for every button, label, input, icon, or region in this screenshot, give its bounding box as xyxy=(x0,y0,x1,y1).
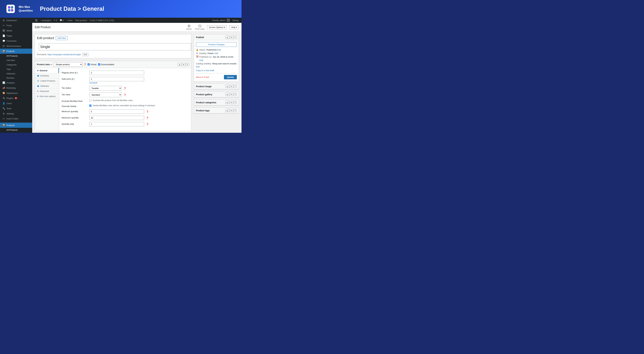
add-new-button[interactable]: Add New xyxy=(56,36,68,40)
max-qty-row: Maximum quantity ❓ xyxy=(62,116,188,120)
comments-btn[interactable]: 💬 0 xyxy=(58,18,65,23)
tax-status-select[interactable]: Taxable Shipping only None xyxy=(89,86,122,91)
product-tags-header[interactable]: Product tags ▲ ▼ ✕ xyxy=(194,108,239,113)
site-name-btn[interactable]: ⌂ wcplugins xyxy=(39,18,52,23)
finish-setup-btn[interactable]: Finish setup xyxy=(195,24,204,30)
product-gallery-close-btn[interactable]: ✕ xyxy=(234,93,237,96)
permalink-edit-btn[interactable]: Edit xyxy=(82,53,88,56)
sidebar-sub-attributes[interactable]: Attributes xyxy=(0,71,32,76)
permalink-url[interactable]: https://wcplugins.test/product/single/ xyxy=(47,53,81,56)
product-gallery-down-btn[interactable]: ▼ xyxy=(230,93,233,96)
wp-logo-btn[interactable]: ⊞ xyxy=(34,18,39,23)
panel-close-btn[interactable]: ✕ xyxy=(186,63,189,66)
publish-down-btn[interactable]: ▼ xyxy=(230,36,233,39)
exclude-minmax-checkbox[interactable] xyxy=(89,99,92,101)
tab-get-more[interactable]: ⚙ Get more options xyxy=(35,94,59,99)
min-qty-input[interactable] xyxy=(89,109,144,114)
tab-general[interactable]: ⚙ General xyxy=(35,68,59,73)
product-image-up-btn[interactable]: ▲ xyxy=(226,85,229,88)
product-image-close-btn[interactable]: ✕ xyxy=(234,85,237,88)
product-title-input[interactable] xyxy=(39,43,191,50)
sidebar-item-appearance[interactable]: 🎨 Appearance xyxy=(0,90,32,96)
product-tags-up-btn[interactable]: ▲ xyxy=(226,109,229,112)
tax-status-help[interactable]: ❓ xyxy=(124,87,126,90)
move-trash-link[interactable]: Move to Trash xyxy=(196,76,209,78)
status-edit-link[interactable]: Edit xyxy=(217,49,221,51)
virtual-checkbox[interactable] xyxy=(88,63,90,65)
panel-down-btn[interactable]: ▼ xyxy=(182,63,186,66)
override-global-checkbox[interactable] xyxy=(89,105,92,107)
qty-step-help[interactable]: ❓ xyxy=(146,123,149,125)
app-title-line1: Min Max xyxy=(19,5,33,9)
visibility-edit-link[interactable]: Edit xyxy=(214,52,218,54)
new-btn[interactable]: + New xyxy=(65,18,74,23)
debug-btn[interactable]: Debug xyxy=(231,18,240,23)
product-image-down-btn[interactable]: ▼ xyxy=(230,85,233,88)
regular-price-input[interactable] xyxy=(89,71,144,75)
activity-btn[interactable]: Activity xyxy=(186,24,192,30)
sidebar-item-products[interactable]: 📦 Products xyxy=(0,49,32,54)
sidebar-sub-add-new[interactable]: Add New xyxy=(0,58,32,62)
product-tags-down-btn[interactable]: ▼ xyxy=(230,109,233,112)
qty-step-input[interactable] xyxy=(89,122,144,126)
published-edit-link[interactable]: Edit xyxy=(200,59,203,61)
sidebar-sub-tags[interactable]: Tags xyxy=(0,67,32,71)
sidebar-item-media[interactable]: 🖼 Media xyxy=(0,28,32,33)
sale-price-input[interactable] xyxy=(89,77,144,81)
schedule-link[interactable]: Schedule xyxy=(89,82,188,84)
sidebar-item-dashboard[interactable]: ⊞ Dashboard xyxy=(0,18,32,23)
sidebar-item-plugins[interactable]: 🔌 Plugins 5 xyxy=(0,96,32,101)
copy-draft-link[interactable]: Copy to a new draft xyxy=(196,69,237,72)
sidebar-item-insert-codes[interactable]: </> Insert Codes xyxy=(0,116,32,121)
preview-changes-btn[interactable]: Preview Changes xyxy=(196,42,237,47)
sidebar-item-settings[interactable]: ⚙ Settings xyxy=(0,111,32,116)
product-gallery-up-btn[interactable]: ▲ xyxy=(226,93,229,96)
tab-linked-products[interactable]: 🔗 Linked Products xyxy=(35,78,59,83)
product-categories-header[interactable]: Product categories ▲ ▼ ✕ xyxy=(194,100,239,105)
sidebar-sub-reviews[interactable]: Reviews xyxy=(0,76,32,80)
product-categories-down-btn[interactable]: ▼ xyxy=(230,101,233,104)
product-type-select[interactable]: Simple product Variable product Grouped … xyxy=(54,62,82,67)
sidebar-item-pages[interactable]: 📄 Pages xyxy=(0,33,32,38)
tax-class-help[interactable]: ❓ xyxy=(124,94,126,96)
sidebar-sub-categories[interactable]: Categories xyxy=(0,63,32,67)
panel-up-btn[interactable]: ▲ xyxy=(178,63,182,66)
svg-text:⊞: ⊞ xyxy=(12,10,12,11)
qty-step-row: Quantity step ❓ xyxy=(62,122,188,126)
sidebar-item-comments[interactable]: 💬 Comments xyxy=(0,38,32,43)
updates-btn[interactable]: ↻ 5 xyxy=(52,18,58,23)
tax-class-select[interactable]: Standard Reduced rate Zero rate xyxy=(89,92,122,97)
tab-advanced[interactable]: ⚙ Advanced xyxy=(35,89,59,94)
main-layout: ⊞ Dashboard ✏ Posts 🖼 Media 📄 Pages 💬 Co… xyxy=(0,18,242,133)
tab-inventory[interactable]: 🔷 Inventory xyxy=(35,73,59,78)
publish-close-btn[interactable]: ✕ xyxy=(234,36,237,39)
product-image-header[interactable]: Product image ▲ ▼ ✕ xyxy=(194,83,239,89)
view-product-btn[interactable]: View product xyxy=(74,18,88,23)
sidebar-item-tools[interactable]: 🔧 Tools xyxy=(0,106,32,111)
sidebar-item-posts[interactable]: ✏ Posts xyxy=(0,23,32,28)
sidebar-sub-all-products-bottom[interactable]: All Products xyxy=(0,128,32,132)
product-type-help[interactable]: ❓ xyxy=(84,63,86,66)
sidebar-sub-all-products[interactable]: All Products xyxy=(0,54,32,58)
sidebar-item-products-bottom[interactable]: 📦 Products xyxy=(0,123,32,128)
product-tags-close-btn[interactable]: ✕ xyxy=(234,109,237,112)
min-qty-help[interactable]: ❓ xyxy=(146,110,149,113)
max-qty-help[interactable]: ❓ xyxy=(146,117,149,119)
downloadable-checkbox[interactable] xyxy=(98,63,100,65)
sidebar-item-marketing[interactable]: 📣 Marketing xyxy=(0,85,32,90)
sidebar-item-woocommerce[interactable]: 🛒 WooCommerce xyxy=(0,43,32,49)
product-gallery-header[interactable]: Product gallery ▲ ▼ ✕ xyxy=(194,91,239,97)
sidebar-item-users[interactable]: 👤 Users xyxy=(0,101,32,106)
catalog-edit-link[interactable]: Edit xyxy=(196,65,200,68)
howdy-btn[interactable]: Howdy, admin xyxy=(211,18,231,23)
publish-up-btn[interactable]: ▲ xyxy=(226,36,229,39)
help-btn[interactable]: Help ▾ xyxy=(230,25,239,29)
howdy-text: Howdy, admin xyxy=(212,19,225,21)
max-qty-input[interactable] xyxy=(89,116,144,120)
screen-options-btn[interactable]: Screen Options ▾ xyxy=(207,25,227,29)
sidebar-item-analytics[interactable]: 📊 Analytics xyxy=(0,80,32,85)
update-btn[interactable]: Update xyxy=(224,75,237,79)
product-categories-close-btn[interactable]: ✕ xyxy=(234,101,237,104)
product-categories-up-btn[interactable]: ▲ xyxy=(226,101,229,104)
tab-attributes[interactable]: 🔷 Attributes xyxy=(35,83,59,89)
